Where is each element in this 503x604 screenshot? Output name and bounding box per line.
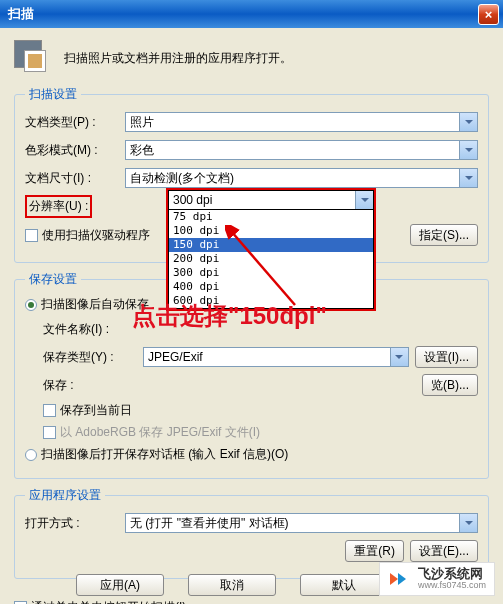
open-with-combo[interactable]: 无 (打开 "查看并使用" 对话框) — [125, 513, 478, 533]
chevron-down-icon — [459, 113, 477, 131]
resolution-option[interactable]: 600 dpi — [169, 294, 373, 308]
resolution-current: 300 dpi — [173, 193, 212, 207]
resolution-option[interactable]: 200 dpi — [169, 252, 373, 266]
file-name-label: 文件名称(I) : — [43, 321, 143, 338]
color-mode-value: 彩色 — [130, 142, 154, 159]
open-with-label: 打开方式 : — [25, 515, 125, 532]
resolution-option[interactable]: 400 dpi — [169, 280, 373, 294]
scan-settings-legend: 扫描设置 — [25, 86, 81, 103]
save-type-value: JPEG/Exif — [148, 350, 203, 364]
specify-button[interactable]: 指定(S)... — [410, 224, 478, 246]
header-description: 扫描照片或文档并用注册的应用程序打开。 — [64, 50, 292, 67]
watermark-line1: 飞沙系统网 — [418, 567, 486, 581]
adobe-rgb-label: 以 AdobeRGB 保存 JPEG/Exif 文件(I) — [60, 424, 260, 441]
save-today-label: 保存到当前日 — [60, 402, 132, 419]
scan-icon — [14, 40, 54, 76]
browse-button[interactable]: 览(B)... — [422, 374, 478, 396]
adobe-rgb-checkbox[interactable] — [43, 426, 56, 439]
color-mode-label: 色彩模式(M) : — [25, 142, 125, 159]
default-button[interactable]: 默认 — [300, 574, 388, 596]
color-mode-combo[interactable]: 彩色 — [125, 140, 478, 160]
chevron-down-icon — [459, 169, 477, 187]
save-to-label: 保存 : — [43, 377, 143, 394]
resolution-option[interactable]: 300 dpi — [169, 266, 373, 280]
chevron-down-icon — [390, 348, 408, 366]
resolution-option[interactable]: 100 dpi — [169, 224, 373, 238]
doc-size-label: 文档尺寸(I) : — [25, 170, 125, 187]
use-driver-label: 使用扫描仪驱动程序 — [42, 227, 150, 244]
app-settings-legend: 应用程序设置 — [25, 487, 105, 504]
app-set-button[interactable]: 设置(E)... — [410, 540, 478, 562]
save-type-label: 保存类型(Y) : — [43, 349, 143, 366]
resolution-dropdown[interactable]: 300 dpi 75 dpi100 dpi150 dpi200 dpi300 d… — [166, 188, 376, 311]
single-click-label: 通过单击单击按钮开始扫描(I) — [31, 599, 186, 604]
chevron-down-icon — [459, 514, 477, 532]
resolution-option[interactable]: 75 dpi — [169, 210, 373, 224]
apply-button[interactable]: 应用(A) — [76, 574, 164, 596]
doc-type-combo[interactable]: 照片 — [125, 112, 478, 132]
save-type-combo[interactable]: JPEG/Exif — [143, 347, 409, 367]
auto-save-label: 扫描图像后自动保存 — [41, 296, 149, 313]
doc-type-label: 文档类型(P) : — [25, 114, 125, 131]
chevron-down-icon — [355, 191, 373, 209]
resolution-label: 分辨率(U) : — [25, 195, 92, 218]
doc-type-value: 照片 — [130, 114, 154, 131]
resolution-option[interactable]: 150 dpi — [169, 238, 373, 252]
save-today-checkbox[interactable] — [43, 404, 56, 417]
save-settings-legend: 保存设置 — [25, 271, 81, 288]
open-dialog-radio[interactable] — [25, 449, 37, 461]
save-type-set-button[interactable]: 设置(I)... — [415, 346, 478, 368]
resolution-combo-open[interactable]: 300 dpi — [168, 190, 374, 210]
watermark-line2: www.fs0745.com — [418, 581, 486, 591]
close-button[interactable]: × — [478, 4, 499, 25]
reset-button[interactable]: 重置(R) — [345, 540, 404, 562]
watermark: 飞沙系统网 www.fs0745.com — [379, 562, 495, 596]
doc-size-value: 自动检测(多个文档) — [130, 170, 234, 187]
open-dialog-label: 扫描图像后打开保存对话框 (输入 Exif 信息)(O) — [41, 446, 288, 463]
open-with-value: 无 (打开 "查看并使用" 对话框) — [130, 515, 289, 532]
watermark-icon — [388, 567, 412, 591]
chevron-down-icon — [459, 141, 477, 159]
cancel-button[interactable]: 取消 — [188, 574, 276, 596]
use-driver-checkbox[interactable] — [25, 229, 38, 242]
doc-size-combo[interactable]: 自动检测(多个文档) — [125, 168, 478, 188]
auto-save-radio[interactable] — [25, 299, 37, 311]
window-title: 扫描 — [8, 5, 478, 23]
